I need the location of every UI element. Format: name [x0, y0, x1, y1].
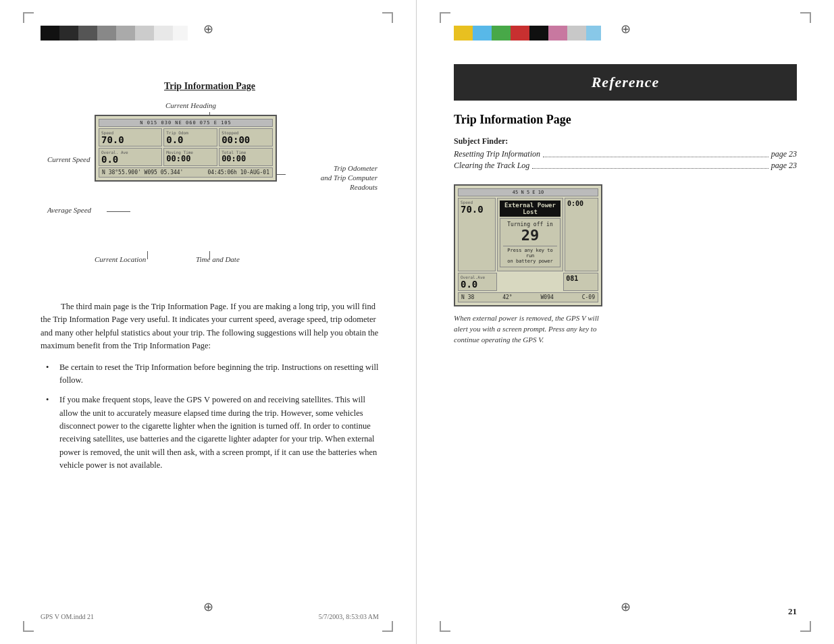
- color-swatch: [78, 26, 97, 41]
- ext-power-area: External Power Lost Turning off in 29 Pr…: [497, 198, 563, 271]
- right-location-row: N 38 42° W094 C-09: [458, 292, 598, 302]
- color-swatch: [154, 26, 173, 41]
- trip-odom-cell: Trip Odom 0.0: [163, 128, 217, 146]
- ann-trip-odometer: Trip Odometer: [334, 164, 377, 172]
- finder-dots-2: [532, 161, 768, 169]
- speed-cell: Speed 70.0: [99, 128, 162, 146]
- ann-trip-computer: and Trip Computer: [321, 173, 377, 182]
- total-time-cell: Total Time 00:00: [219, 148, 273, 166]
- finder-text-1: Resetting Trip Information: [454, 149, 540, 159]
- color-swatch: [59, 26, 78, 41]
- right-page: ⊕ Reference Trip Information Page Subjec…: [417, 0, 834, 644]
- left-page: ⊕ Trip Information Page Current Heading …: [0, 0, 417, 644]
- right-time-cell: 0:00: [565, 198, 598, 271]
- compass-bar: N 015 030 NE 060 075 E 105: [99, 119, 273, 127]
- total-time-value: 00:00: [221, 155, 270, 163]
- compass-text: N 015 030 NE 060 075 E 105: [140, 120, 232, 126]
- turning-off-value: 29: [503, 227, 557, 244]
- right-section-title: Trip Information Page: [454, 113, 797, 127]
- overal-cell: Overal. Ave 0.0: [99, 148, 162, 166]
- diagram-container: Current Heading Current Speed Trip Odome…: [41, 101, 379, 290]
- right-speed-cell: Speed 70.0: [458, 198, 496, 271]
- color-swatch: [41, 26, 59, 41]
- color-swatch: [454, 26, 473, 41]
- stopped-value: 00:00: [221, 135, 270, 144]
- caption-text: When external power is removed, the GPS …: [454, 313, 602, 346]
- right-time-value: 0:00: [567, 200, 596, 207]
- reg-mark-br-r: [800, 621, 811, 632]
- color-swatch: [97, 26, 116, 41]
- footer-right: 5/7/2003, 8:53:03 AM: [319, 613, 379, 620]
- finder-dots-1: [543, 149, 768, 157]
- color-swatch: [548, 26, 567, 41]
- color-swatch: [135, 26, 154, 41]
- device-screen-inner: N 015 030 NE 060 075 E 105 Speed 70.0 Tr…: [95, 115, 277, 182]
- right-overal-value: 0.0: [461, 279, 494, 289]
- ann-current-heading: Current Heading: [165, 101, 216, 109]
- finder-entry-1: Resetting Trip Information page 23: [454, 149, 797, 159]
- finder-text-2: Clearing the Track Log: [454, 161, 529, 171]
- color-swatch: [567, 26, 586, 41]
- bottom-crosshair-left: ⊕: [203, 599, 213, 614]
- ann-current-location: Current Location: [95, 255, 146, 263]
- color-bar-left: [41, 26, 188, 41]
- turning-off-cell: Turning off in 29 Press any key to run o…: [500, 218, 561, 267]
- reg-mark-br: [382, 621, 393, 632]
- moving-time-value: 00:00: [166, 155, 215, 163]
- finder-page-2: page 23: [771, 161, 797, 171]
- reg-mark-tr-r: [800, 12, 811, 23]
- right-compass-text: 45 N 5 E 10: [513, 190, 544, 195]
- reg-mark-tr: [382, 12, 393, 23]
- data-row-1: Speed 70.0 Trip Odom 0.0 Stopped 00:00: [99, 128, 273, 146]
- ext-power-banner: External Power Lost: [500, 200, 561, 217]
- bottom-crosshair-right: ⊕: [621, 599, 631, 614]
- reg-mark-bl-r: [440, 621, 450, 632]
- color-swatch: [116, 26, 135, 41]
- right-empty-cell: [498, 273, 562, 291]
- footer-left: GPS V OM.indd 21: [41, 613, 94, 620]
- body-text: The third main page is the Trip Informat…: [41, 300, 379, 353]
- finder-page-1: page 23: [771, 149, 797, 159]
- speed-value: 70.0: [101, 135, 159, 144]
- color-swatch: [511, 26, 529, 41]
- right-loc-left2: W094: [541, 294, 554, 300]
- top-crosshair-left: ⊕: [203, 22, 213, 36]
- data-row-2: Overal. Ave 0.0 Moving Time 00:00 Total …: [99, 148, 273, 166]
- ann-readouts: Readouts: [350, 183, 377, 191]
- subject-finder: Subject Finder: Resetting Trip Informati…: [454, 136, 797, 171]
- right-compass-bar: 45 N 5 E 10: [458, 188, 598, 196]
- right-data-row-1: Speed 70.0 External Power Lost Turning o…: [458, 198, 598, 271]
- color-swatch: [473, 26, 492, 41]
- right-loc-right: 42°: [502, 294, 512, 300]
- right-speed-value: 70.0: [461, 205, 493, 214]
- device-screen-left: N 015 030 NE 060 075 E 105 Speed 70.0 Tr…: [95, 115, 277, 182]
- reg-mark-tl: [23, 12, 34, 23]
- finder-entry-2: Clearing the Track Log page 23: [454, 161, 797, 171]
- color-swatch: [529, 26, 548, 41]
- ann-current-speed: Current Speed: [47, 155, 90, 163]
- reference-header: Reference: [454, 64, 797, 101]
- right-data-row-2: Overal.Ave 0.0 081: [458, 273, 598, 291]
- color-swatch: [492, 26, 511, 41]
- top-crosshair-right: ⊕: [621, 22, 631, 36]
- ann-line-avg: [107, 211, 130, 212]
- color-bar-right: [454, 26, 601, 41]
- left-section-title: Trip Information Page: [41, 81, 379, 92]
- press-label: Press any key to run: [503, 246, 557, 259]
- color-swatch: [173, 26, 188, 41]
- stopped-cell: Stopped 00:00: [219, 128, 273, 146]
- reg-mark-tl-r: [440, 12, 450, 23]
- datetime-text: 04:45:06h 10-AUG-01: [207, 169, 269, 176]
- color-swatch: [586, 26, 601, 41]
- device-screen-right: 45 N 5 E 10 Speed 70.0 External Power Lo…: [454, 184, 602, 306]
- trip-odom-value: 0.0: [166, 135, 215, 144]
- right-device-area: 45 N 5 E 10 Speed 70.0 External Power Lo…: [454, 184, 797, 346]
- right-val2-cell: 081: [563, 273, 598, 291]
- bullet-list: Be certain to reset the Trip Information…: [54, 361, 379, 473]
- right-loc-right2: C-09: [582, 294, 595, 300]
- bullet-item-1: Be certain to reset the Trip Information…: [54, 361, 379, 387]
- location-row: N 38°55.900' W095 05.344' 04:45:06h 10-A…: [99, 167, 273, 178]
- right-val2: 081: [566, 275, 596, 282]
- subject-finder-label: Subject Finder:: [454, 136, 797, 146]
- ann-average-speed: Average Speed: [47, 206, 91, 214]
